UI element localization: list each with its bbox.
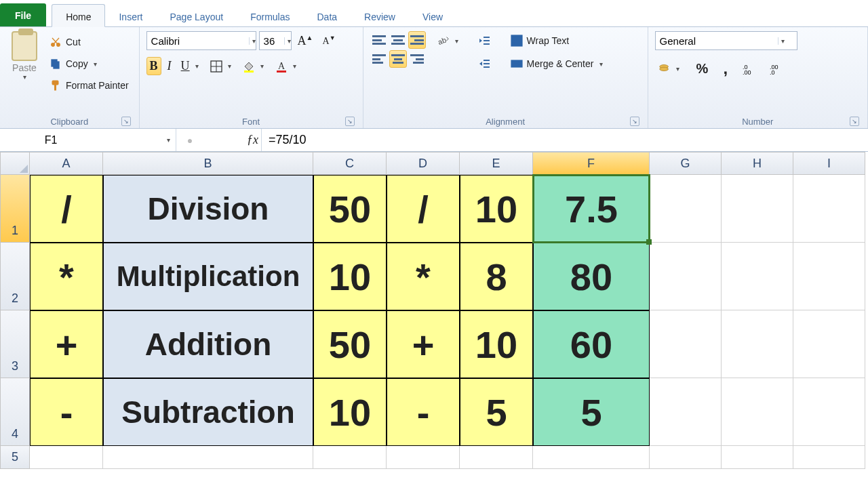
italic-button[interactable]: I <box>164 57 175 75</box>
cell-c3[interactable]: 50 <box>313 310 387 378</box>
cell-d1[interactable]: / <box>387 175 460 243</box>
tab-file[interactable]: File <box>0 3 46 26</box>
dialog-launcher-icon[interactable]: ↘ <box>850 117 859 126</box>
cell-c5[interactable] <box>313 446 387 469</box>
cell-e3[interactable]: 10 <box>460 310 533 378</box>
cell-d2[interactable]: * <box>387 243 460 310</box>
chevron-down-icon[interactable]: ▾ <box>778 37 785 45</box>
cell-h2[interactable] <box>722 243 793 310</box>
cell-g5[interactable] <box>650 446 722 469</box>
col-header-g[interactable]: G <box>650 152 722 175</box>
font-name-combo[interactable]: ▾ <box>146 31 256 50</box>
name-box-input[interactable] <box>0 134 102 147</box>
cell-b2[interactable]: Multiplication <box>103 243 313 310</box>
cell-f1[interactable]: 7.5 <box>533 175 650 243</box>
align-center-button[interactable] <box>389 50 407 68</box>
number-format-combo[interactable]: ▾ <box>655 31 797 50</box>
cell-e4[interactable]: 5 <box>460 378 533 446</box>
cell-h4[interactable] <box>722 378 793 446</box>
cell-e5[interactable] <box>460 446 533 469</box>
align-middle-button[interactable] <box>389 31 407 49</box>
chevron-down-icon[interactable]: ▾ <box>292 62 298 70</box>
row-header-1[interactable]: 1 <box>0 175 30 243</box>
cell-h1[interactable] <box>722 175 793 243</box>
cell-i3[interactable] <box>793 310 865 378</box>
row-header-5[interactable]: 5 <box>0 446 30 469</box>
chevron-down-icon[interactable]: ▾ <box>92 60 99 68</box>
cell-f4[interactable]: 5 <box>533 378 650 446</box>
dialog-launcher-icon[interactable]: ↘ <box>630 117 639 126</box>
cut-button[interactable]: Cut <box>46 34 132 50</box>
cell-a1[interactable]: / <box>30 175 103 243</box>
cell-g2[interactable] <box>650 243 722 310</box>
cell-c2[interactable]: 10 <box>313 243 387 310</box>
cell-c4[interactable]: 10 <box>313 378 387 446</box>
cell-i4[interactable] <box>793 378 865 446</box>
align-right-button[interactable] <box>408 50 426 68</box>
fill-color-button[interactable]: ▾ <box>239 58 269 75</box>
col-header-i[interactable]: I <box>793 152 865 175</box>
copy-button[interactable]: Copy ▾ <box>46 56 132 72</box>
underline-button[interactable]: U▾ <box>178 57 204 75</box>
cell-f5[interactable] <box>533 446 650 469</box>
col-header-d[interactable]: D <box>387 152 460 175</box>
comma-style-button[interactable]: , <box>719 57 731 80</box>
cell-d3[interactable]: + <box>387 310 460 378</box>
tab-page-layout[interactable]: Page Layout <box>157 5 237 26</box>
col-header-e[interactable]: E <box>460 152 533 175</box>
paste-button[interactable]: Paste ▾ <box>7 31 42 81</box>
cell-g3[interactable] <box>650 310 722 378</box>
chevron-down-icon[interactable]: ▾ <box>675 65 682 73</box>
chevron-down-icon[interactable]: ▾ <box>165 136 172 144</box>
tab-insert[interactable]: Insert <box>105 5 156 26</box>
select-all-corner[interactable] <box>0 152 30 175</box>
row-header-2[interactable]: 2 <box>0 243 30 310</box>
align-left-button[interactable] <box>370 50 388 68</box>
accounting-format-button[interactable]: ▾ <box>655 60 685 77</box>
col-header-f[interactable]: F <box>533 152 650 175</box>
orientation-button[interactable]: ab▾ <box>434 33 464 49</box>
shrink-font-button[interactable]: A▼ <box>319 33 339 49</box>
tab-review[interactable]: Review <box>351 5 409 26</box>
tab-data[interactable]: Data <box>303 5 351 26</box>
cell-i2[interactable] <box>793 243 865 310</box>
borders-button[interactable]: ▾ <box>207 58 237 75</box>
percent-button[interactable]: % <box>693 59 712 79</box>
chevron-down-icon[interactable]: ▾ <box>597 60 604 68</box>
chevron-down-icon[interactable]: ▾ <box>249 37 256 45</box>
cell-a3[interactable]: + <box>30 310 103 378</box>
cell-i1[interactable] <box>793 175 865 243</box>
merge-center-button[interactable]: Merge & Center▾ <box>507 56 608 72</box>
chevron-down-icon[interactable]: ▾ <box>194 62 201 70</box>
cell-e2[interactable]: 8 <box>460 243 533 310</box>
row-header-4[interactable]: 4 <box>0 378 30 446</box>
cell-a5[interactable] <box>30 446 103 469</box>
col-header-b[interactable]: B <box>103 152 313 175</box>
tab-formulas[interactable]: Formulas <box>237 5 303 26</box>
cell-h5[interactable] <box>722 446 793 469</box>
col-header-h[interactable]: H <box>722 152 793 175</box>
align-bottom-button[interactable] <box>408 31 426 49</box>
format-painter-button[interactable]: Format Painter <box>46 77 132 94</box>
cell-d5[interactable] <box>387 446 460 469</box>
col-header-a[interactable]: A <box>30 152 103 175</box>
cell-b1[interactable]: Division <box>103 175 313 243</box>
fx-icon[interactable]: ƒx <box>244 129 262 151</box>
chevron-down-icon[interactable]: ▾ <box>454 37 460 45</box>
grow-font-button[interactable]: A▲ <box>294 32 317 50</box>
decrease-indent-button[interactable] <box>475 33 494 49</box>
wrap-text-button[interactable]: abcWrap Text <box>507 33 608 49</box>
cell-i5[interactable] <box>793 446 865 469</box>
cell-f2[interactable]: 80 <box>533 243 650 310</box>
col-header-c[interactable]: C <box>313 152 387 175</box>
align-top-button[interactable] <box>370 31 388 49</box>
cell-g4[interactable] <box>650 378 722 446</box>
name-box[interactable]: ▾ <box>0 129 176 151</box>
chevron-down-icon[interactable]: ▾ <box>21 73 28 81</box>
cell-d4[interactable]: - <box>387 378 460 446</box>
chevron-down-icon[interactable]: ▾ <box>284 37 291 45</box>
cell-g1[interactable] <box>650 175 722 243</box>
cell-c1[interactable]: 50 <box>313 175 387 243</box>
cell-a4[interactable]: - <box>30 378 103 446</box>
font-size-combo[interactable]: ▾ <box>259 31 292 50</box>
